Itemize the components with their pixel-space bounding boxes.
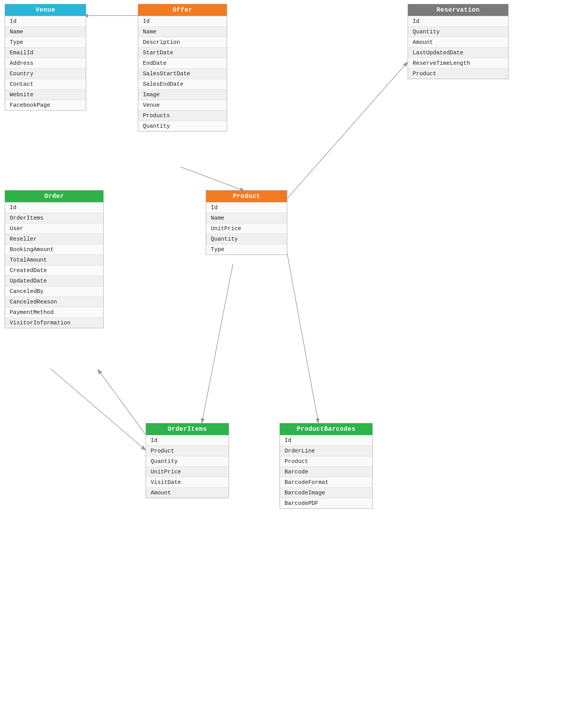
entity-reservation-header: Reservation [408,4,508,16]
productbarcodes-field-barcode: Barcode [280,466,372,477]
entity-offer-header: Offer [138,4,227,16]
order-field-visitorinformation: VisitorInformation [5,317,103,328]
order-field-id: Id [5,202,103,213]
productbarcodes-field-barcodepdf: BarcodePDF [280,498,372,508]
venue-field-type: Type [5,37,86,47]
order-field-bookingamount: BookingAmount [5,244,103,255]
offer-field-products: Products [138,110,227,121]
entity-venue-header: Venue [5,4,86,16]
entity-venue: Venue Id Name Type EmailId Address Count… [5,4,86,111]
offer-field-startdate: StartDate [138,47,227,58]
entity-product-header: Product [206,191,287,202]
venue-field-name: Name [5,26,86,37]
entity-orderitems-header: OrderItems [146,423,229,435]
reservation-field-lastupdateddate: LastUpdatedDate [408,47,508,58]
entity-reservation: Reservation Id Quantity Amount LastUpdat… [408,4,509,79]
entity-productbarcodes-header: ProductBarcodes [280,423,372,435]
reservation-field-id: Id [408,16,508,26]
entity-order-header: Order [5,191,103,202]
orderitems-field-unitprice: UnitPrice [146,466,229,477]
venue-field-country: Country [5,68,86,79]
venue-field-emailid: EmailId [5,47,86,58]
svg-line-2 [181,167,245,191]
orderitems-field-id: Id [146,435,229,445]
svg-line-4 [50,369,146,450]
order-field-paymentmethod: PaymentMethod [5,307,103,317]
offer-field-id: Id [138,16,227,26]
offer-field-venue: Venue [138,100,227,110]
order-field-reseller: Reseller [5,234,103,244]
svg-line-3 [284,62,408,202]
offer-field-name: Name [138,26,227,37]
order-field-canceledreason: CanceledReason [5,296,103,307]
entity-order: Order Id OrderItems User Reseller Bookin… [5,190,104,328]
reservation-field-amount: Amount [408,37,508,47]
venue-field-facebookpage: FacebookPage [5,100,86,110]
order-field-createddate: CreatedDate [5,265,103,276]
product-field-quantity: Quantity [206,234,287,244]
order-field-updateddate: UpdatedDate [5,276,103,286]
entity-product: Product Id Name UnitPrice Quantity Type [206,190,287,255]
productbarcodes-field-id: Id [280,435,372,445]
offer-field-description: Description [138,37,227,47]
productbarcodes-field-barcodeformat: BarcodeFormat [280,477,372,487]
order-field-canceledby: CanceledBy [5,286,103,296]
reservation-field-quantity: Quantity [408,26,508,37]
venue-field-contact: Contact [5,79,86,89]
svg-line-5 [98,369,146,435]
diagram-canvas: Venue Id Name Type EmailId Address Count… [0,0,566,728]
venue-field-id: Id [5,16,86,26]
entity-offer: Offer Id Name Description StartDate EndD… [138,4,227,132]
orderitems-field-amount: Amount [146,487,229,498]
order-field-totalamount: TotalAmount [5,255,103,265]
offer-field-salesstartdate: SalesStartDate [138,68,227,79]
reservation-field-reservetimelength: ReserveTimeLength [408,58,508,68]
svg-line-6 [202,264,233,423]
order-field-user: User [5,223,103,234]
venue-field-website: Website [5,89,86,100]
entity-orderitems: OrderItems Id Product Quantity UnitPrice… [146,423,229,498]
product-field-id: Id [206,202,287,213]
product-field-unitprice: UnitPrice [206,223,287,234]
venue-field-address: Address [5,58,86,68]
offer-field-quantity: Quantity [138,121,227,131]
orderitems-field-quantity: Quantity [146,456,229,466]
offer-field-image: Image [138,89,227,100]
offer-field-enddate: EndDate [138,58,227,68]
orderitems-field-visitdate: VisitDate [146,477,229,487]
productbarcodes-field-barcodeimage: BarcodeImage [280,487,372,498]
svg-line-7 [283,233,318,423]
entity-productbarcodes: ProductBarcodes Id OrderLine Product Bar… [280,423,373,509]
productbarcodes-field-orderline: OrderLine [280,445,372,456]
productbarcodes-field-product: Product [280,456,372,466]
product-field-name: Name [206,213,287,223]
offer-field-salesenddate: SalesEndDate [138,79,227,89]
product-field-type: Type [206,244,287,255]
orderitems-field-product: Product [146,445,229,456]
reservation-field-product: Product [408,68,508,79]
order-field-orderitems: OrderItems [5,213,103,223]
